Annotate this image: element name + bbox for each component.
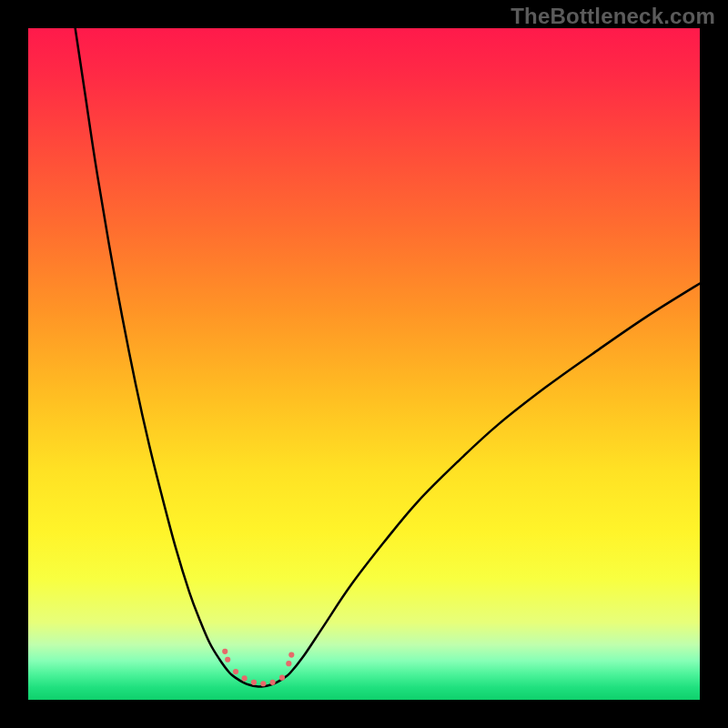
chart-frame: TheBottleneck.com [0,0,728,728]
plot-area [28,28,700,700]
marker-dot [270,680,276,685]
marker-dot [288,652,294,657]
marker-dot [222,649,228,654]
watermark-text: TheBottleneck.com [511,4,715,29]
marker-dot [279,675,285,681]
marker-dot [225,657,230,662]
chart-canvas [28,28,700,700]
marker-dot [286,661,291,666]
gradient-background [28,28,700,700]
marker-dot [242,675,248,681]
marker-dot [251,680,257,685]
marker-dot [260,681,266,686]
marker-dot [233,669,238,674]
